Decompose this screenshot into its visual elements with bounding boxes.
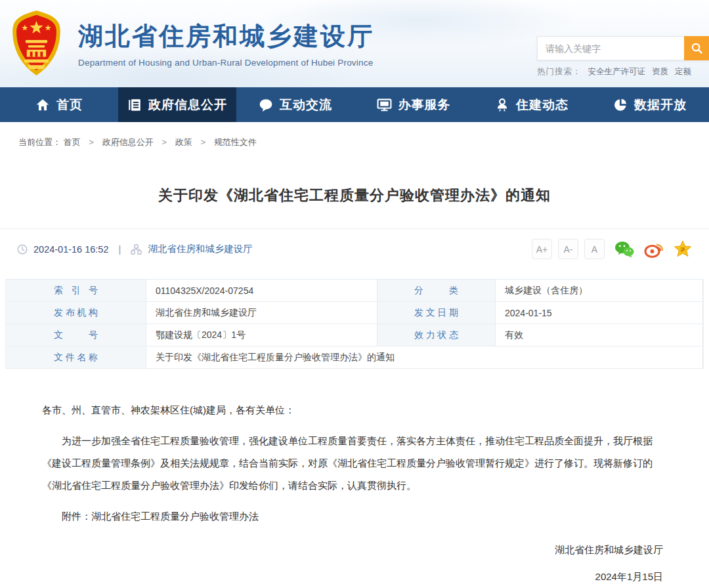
font-decrease-button[interactable]: A- xyxy=(558,239,578,259)
site-subtitle-en: Department of Housing and Urban-Rural De… xyxy=(78,58,374,68)
favorite-star-icon xyxy=(674,240,692,258)
body-paragraph: 为进一步加强全省住宅工程质量验收管理，强化建设单位工程质量首要责任，落实各方主体… xyxy=(42,430,667,497)
nav-item-open-data[interactable]: 数据开放 xyxy=(591,87,709,122)
nav-item-label: 住建动态 xyxy=(516,96,569,114)
meta-value-doc-number: 鄂建设规〔2024〕1号 xyxy=(146,324,377,346)
site-header: 湖北省住房和城乡建设厅 Department of Housing and Ur… xyxy=(0,0,709,87)
signature-block: 湖北省住房和城乡建设厅 2024年1月15日 xyxy=(0,536,663,588)
breadcrumb-separator: > xyxy=(200,138,205,148)
meta-value-issue-date: 2024-01-15 xyxy=(496,302,703,324)
monitor-icon xyxy=(377,98,392,112)
org-sitemap-icon xyxy=(131,244,142,255)
font-increase-button[interactable]: A+ xyxy=(532,239,552,259)
breadcrumb-item-home[interactable]: 首页 xyxy=(64,137,81,147)
favorite-star-button[interactable] xyxy=(674,240,692,258)
info-divider: | xyxy=(119,244,121,255)
nav-item-label: 数据开放 xyxy=(634,96,687,114)
document-icon xyxy=(127,98,142,112)
document-meta-table: 索引号 01104325X/2024-07254 分类 城乡建设（含住房） 发布… xyxy=(5,279,704,369)
meta-value-validity: 有效 xyxy=(496,324,703,346)
weibo-icon xyxy=(644,241,664,258)
meta-label-category: 分类 xyxy=(377,280,496,302)
brand: 湖北省住房和城乡建设厅 Department of Housing and Ur… xyxy=(11,10,374,77)
search-icon xyxy=(691,42,703,54)
nav-item-news[interactable]: 住建动态 xyxy=(473,87,591,122)
signature-org: 湖北省住房和城乡建设厅 xyxy=(0,536,663,563)
signature-date: 2024年1月15日 xyxy=(0,563,663,588)
breadcrumb-label: 当前位置： xyxy=(18,137,61,147)
meta-label-issue-date: 发文日期 xyxy=(377,302,496,324)
font-reset-button[interactable]: A xyxy=(584,239,605,259)
article: 关于印发《湖北省住宅工程质量分户验收管理办法》的通知 2024-01-16 16… xyxy=(0,186,709,588)
breadcrumb-item-gov-info[interactable]: 政府信息公开 xyxy=(102,137,154,147)
nav-item-label: 互动交流 xyxy=(280,96,332,114)
breadcrumb: 当前位置： 首页 > 政府信息公开 > 政策 > 规范性文件 xyxy=(0,122,709,148)
meta-label-issuing-org: 发布机构 xyxy=(6,302,146,324)
hot-search-keyword[interactable]: 定额 xyxy=(675,67,691,76)
salutation-line: 各市、州、直管市、神农架林区住(城)建局，各有关单位： xyxy=(42,399,667,421)
meta-value-index-no: 01104325X/2024-07254 xyxy=(146,280,377,302)
national-emblem-logo xyxy=(11,10,62,77)
chat-bubble-icon xyxy=(259,98,273,112)
meta-value-category: 城乡建设（含住房） xyxy=(496,280,703,302)
meta-value-issuing-org: 湖北省住房和城乡建设厅 xyxy=(146,302,377,324)
search-area: 热门搜索：安全生产许可证资质定额 xyxy=(537,36,709,77)
nav-item-label: 政府信息公开 xyxy=(148,96,227,114)
nav-item-interaction[interactable]: 互动交流 xyxy=(236,87,354,122)
breadcrumb-separator: > xyxy=(89,138,94,148)
nav-item-gov-info[interactable]: 政府信息公开 xyxy=(118,87,236,122)
page-title: 关于印发《湖北省住宅工程质量分户验收管理办法》的通知 xyxy=(39,186,670,205)
meta-label-validity: 效力状态 xyxy=(377,324,496,346)
meta-label-doc-title: 文件名称 xyxy=(6,346,146,369)
publish-time: 2024-01-16 16:52 xyxy=(33,244,109,255)
search-button[interactable] xyxy=(684,36,709,60)
attachment-line: 附件：湖北省住宅工程质量分户验收管理办法 xyxy=(42,505,667,528)
breadcrumb-separator: > xyxy=(161,138,167,148)
breadcrumb-item-policy[interactable]: 政策 xyxy=(175,137,192,147)
source-link[interactable]: 湖北省住房和城乡建设厅 xyxy=(148,243,253,255)
medal-person-icon xyxy=(495,98,509,112)
share-wechat-button[interactable] xyxy=(614,241,634,258)
nav-item-services[interactable]: 办事服务 xyxy=(354,87,473,122)
main-nav: 首页 政府信息公开 互动交流 办事服务 xyxy=(0,87,709,122)
hot-search-keyword[interactable]: 资质 xyxy=(652,67,668,76)
nav-item-home[interactable]: 首页 xyxy=(0,87,118,122)
pie-chart-icon xyxy=(613,98,628,112)
site-title: 湖北省住房和城乡建设厅 xyxy=(78,20,374,53)
home-icon xyxy=(35,98,50,112)
hot-search-keyword[interactable]: 安全生产许可证 xyxy=(588,67,646,76)
breadcrumb-item-normative-docs[interactable]: 规范性文件 xyxy=(214,137,257,147)
clock-icon xyxy=(17,244,28,255)
meta-label-doc-number: 文号 xyxy=(6,324,146,346)
meta-label-index-no: 索引号 xyxy=(6,280,146,302)
hot-search-label: 热门搜索： xyxy=(537,67,582,76)
meta-value-doc-title: 关于印发《湖北省住宅工程质量分户验收管理办法》的通知 xyxy=(146,346,703,369)
hot-search-bar: 热门搜索：安全生产许可证资质定额 xyxy=(537,66,709,77)
nav-item-label: 首页 xyxy=(56,96,83,114)
share-weibo-button[interactable] xyxy=(644,241,664,258)
wechat-icon xyxy=(614,241,634,258)
article-info-bar: 2024-01-16 16:52 | 湖北省住房和城乡建设厅 A+ A- A xyxy=(0,228,709,269)
search-input[interactable] xyxy=(537,36,684,60)
nav-item-label: 办事服务 xyxy=(398,96,451,114)
document-body: 各市、州、直管市、神农架林区住(城)建局，各有关单位： 为进一步加强全省住宅工程… xyxy=(42,399,667,528)
